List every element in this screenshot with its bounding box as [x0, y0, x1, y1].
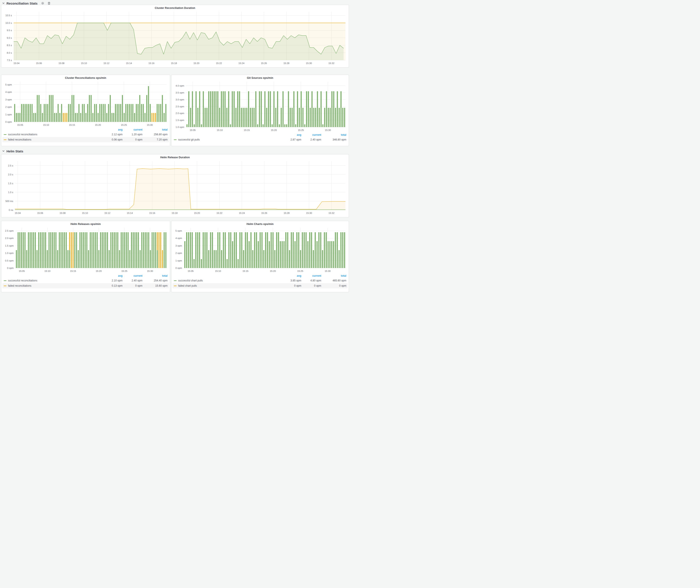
panel-cluster-reconciliation-duration: Cluster Reconciliation Duration 7.5 s8.0…	[1, 5, 349, 68]
legend-sort-avg[interactable]: avg	[103, 274, 123, 277]
svg-text:0 opm: 0 opm	[5, 121, 12, 123]
svg-text:2 opm: 2 opm	[175, 252, 182, 254]
svg-text:15:30: 15:30	[306, 212, 312, 214]
panel-title[interactable]: Helm Releases ops/min	[2, 222, 169, 226]
svg-text:15:30: 15:30	[147, 124, 153, 126]
svg-text:9.5 s: 9.5 s	[7, 29, 12, 32]
stat-avg: 2.87 opm	[281, 138, 301, 141]
svg-text:1.5 opm: 1.5 opm	[176, 119, 184, 121]
svg-text:4 opm: 4 opm	[175, 237, 182, 239]
legend: avg current total successful reconciliat…	[2, 274, 169, 288]
helm-releases-chart[interactable]: 0 opm0.5 opm1.0 opm1.5 opm2.0 opm2.5 opm…	[2, 226, 169, 273]
stat-avg: 0.06 opm	[103, 138, 123, 141]
legend: avg current total successful git pulls 2…	[173, 133, 348, 142]
gear-icon[interactable]	[41, 2, 44, 5]
stat-total: 256.80 opm	[142, 133, 168, 136]
svg-text:3 opm: 3 opm	[175, 244, 182, 247]
svg-text:15:24: 15:24	[239, 212, 245, 214]
panel-title[interactable]: Cluster Reconciliations ops/min	[2, 76, 169, 80]
stat-avg: 3.85 opm	[281, 279, 301, 282]
series-label[interactable]: successful reconciliations	[8, 279, 103, 282]
helm-release-duration-chart[interactable]: 0 ns500 ms1.0 s1.5 s2.0 s2.5 s15:0415:06…	[2, 159, 348, 215]
section-title[interactable]: Reconciliation Stats	[6, 2, 37, 5]
svg-text:0 opm: 0 opm	[7, 267, 14, 269]
svg-text:3.5 opm: 3.5 opm	[176, 91, 184, 94]
svg-text:15:32: 15:32	[328, 62, 334, 65]
svg-text:15:04: 15:04	[13, 62, 19, 65]
svg-text:15:32: 15:32	[329, 212, 335, 214]
series-label[interactable]: successful git pulls	[178, 138, 281, 141]
svg-text:15:05: 15:05	[188, 270, 194, 272]
series-color-dash-yellow	[174, 286, 177, 286]
series-color-dash-yellow	[4, 286, 6, 286]
series-label[interactable]: successful reconciliations	[8, 133, 103, 136]
git-sources-chart[interactable]: 1.0 opm1.5 opm2.0 opm2.5 opm3.0 opm3.5 o…	[173, 80, 348, 132]
svg-text:3.0 opm: 3.0 opm	[176, 98, 184, 101]
cluster-reconciliation-duration-chart[interactable]: 7.5 s8.0 s8.5 s9.0 s9.5 s10.0 s10.5 s15:…	[2, 10, 348, 65]
svg-text:15:12: 15:12	[103, 62, 110, 65]
panel-title[interactable]: Cluster Reconciliation Duration	[2, 6, 348, 10]
svg-text:15:30: 15:30	[325, 270, 331, 272]
svg-text:8.0 s: 8.0 s	[7, 52, 12, 54]
chevron-down-icon[interactable]	[2, 150, 5, 152]
svg-text:15:06: 15:06	[37, 212, 43, 214]
svg-text:15:28: 15:28	[284, 212, 290, 214]
legend-row-successful-git-pulls: successful git pulls 2.87 opm 2.40 opm 3…	[173, 137, 348, 142]
svg-text:15:18: 15:18	[171, 62, 177, 65]
panel-title[interactable]: Git Sources ops/min	[173, 76, 348, 80]
svg-text:10.0 s: 10.0 s	[5, 22, 12, 24]
svg-text:15:30: 15:30	[325, 129, 331, 131]
stat-current: 1.20 opm	[123, 133, 142, 136]
svg-text:15:10: 15:10	[215, 270, 221, 272]
series-label[interactable]: failed chart pulls	[178, 284, 281, 287]
section-title[interactable]: Helm Stats	[6, 149, 23, 153]
svg-text:2.5 opm: 2.5 opm	[176, 105, 184, 108]
legend-sort-total[interactable]: total	[321, 274, 346, 277]
trash-icon[interactable]	[47, 2, 51, 5]
panel-cluster-reconciliations-opm: Cluster Reconciliations ops/min 0 opm1 o…	[1, 75, 170, 146]
stat-avg: 2.10 opm	[103, 279, 123, 282]
svg-text:15:26: 15:26	[261, 212, 267, 214]
svg-text:0.5 opm: 0.5 opm	[5, 259, 14, 262]
stat-current: 4.80 opm	[301, 279, 321, 282]
svg-text:15:10: 15:10	[82, 212, 88, 214]
svg-text:15:06: 15:06	[36, 62, 42, 65]
series-label[interactable]: successful chart pulls	[178, 279, 281, 282]
legend-sort-current[interactable]: current	[301, 274, 321, 277]
stat-total: 254.40 opm	[142, 279, 168, 282]
svg-text:8.5 s: 8.5 s	[7, 44, 12, 47]
svg-text:15:14: 15:14	[127, 212, 133, 214]
svg-text:10.5 s: 10.5 s	[5, 14, 12, 17]
legend-sort-avg[interactable]: avg	[281, 133, 301, 136]
stat-avg: 0.13 opm	[103, 284, 123, 287]
panel-title[interactable]: Helm Charts ops/min	[173, 222, 348, 226]
svg-text:15:30: 15:30	[306, 62, 312, 65]
svg-text:1.0 opm: 1.0 opm	[5, 252, 14, 254]
legend-sort-total[interactable]: total	[142, 274, 168, 277]
svg-text:0 opm: 0 opm	[175, 267, 182, 269]
panel-title[interactable]: Helm Release Duration	[2, 155, 348, 159]
chevron-down-icon[interactable]	[2, 2, 5, 5]
helm-charts-chart[interactable]: 0 opm1 opm2 opm3 opm4 opm5 opm15:0515:10…	[173, 226, 348, 273]
series-label[interactable]: failed reconciliations	[8, 138, 103, 141]
legend-sort-total[interactable]: total	[142, 128, 168, 131]
svg-text:15:22: 15:22	[216, 212, 223, 214]
svg-text:15:10: 15:10	[43, 124, 49, 126]
stat-total: 346.80 opm	[321, 138, 346, 141]
legend-row-failed-chart-pulls: failed chart pulls 0 opm 0 opm 0 opm	[173, 283, 348, 288]
svg-text:4 opm: 4 opm	[5, 91, 12, 93]
legend-sort-avg[interactable]: avg	[281, 274, 301, 277]
legend-sort-avg[interactable]: avg	[103, 128, 123, 131]
cluster-reconciliations-chart[interactable]: 0 opm1 opm2 opm3 opm4 opm5 opm15:0515:10…	[2, 80, 169, 127]
legend-sort-total[interactable]: total	[321, 133, 346, 136]
section-header-helm-stats: Helm Stats	[2, 149, 23, 153]
legend-sort-current[interactable]: current	[123, 274, 142, 277]
legend-sort-current[interactable]: current	[301, 133, 321, 136]
legend-sort-current[interactable]: current	[123, 128, 142, 131]
svg-text:15:18: 15:18	[172, 212, 178, 214]
svg-text:15:20: 15:20	[96, 270, 102, 272]
legend-header: avg current total	[173, 274, 348, 278]
series-label[interactable]: failed reconciliations	[8, 284, 103, 287]
svg-text:15:15: 15:15	[244, 129, 250, 131]
stat-total: 15.60 opm	[142, 284, 168, 287]
